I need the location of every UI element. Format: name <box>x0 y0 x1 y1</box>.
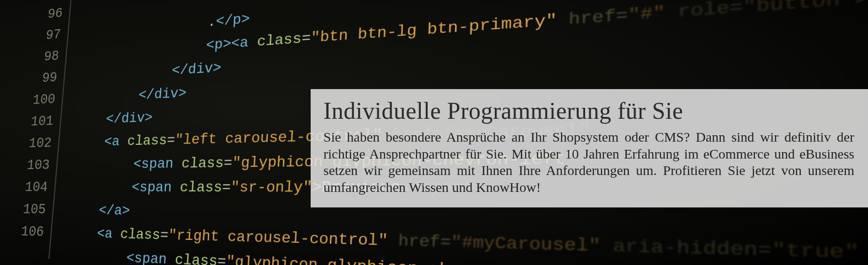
overlay-heading: Individuelle Programmierung für Sie <box>323 97 854 124</box>
promo-overlay: Individuelle Programmierung für Sie Sie … <box>311 89 868 207</box>
overlay-body: Sie haben besondere Ansprüche an Ihr Sho… <box>323 129 854 196</box>
line-number: 102 <box>24 135 59 152</box>
code-content: </a> <box>68 202 130 219</box>
line-number: 104 <box>21 179 55 196</box>
line-number: 105 <box>18 201 53 218</box>
line-number: 96 <box>36 5 70 23</box>
line-number: 103 <box>22 157 57 173</box>
line-number: 99 <box>30 69 64 87</box>
line-number: 101 <box>26 113 61 130</box>
line-number <box>15 258 48 259</box>
line-number: 100 <box>28 91 63 108</box>
line-number: 97 <box>34 26 68 44</box>
line-number: 98 <box>32 48 66 65</box>
code-content: </div> <box>76 109 153 128</box>
line-number: 106 <box>16 223 51 241</box>
gutter-divider <box>69 0 72 16</box>
